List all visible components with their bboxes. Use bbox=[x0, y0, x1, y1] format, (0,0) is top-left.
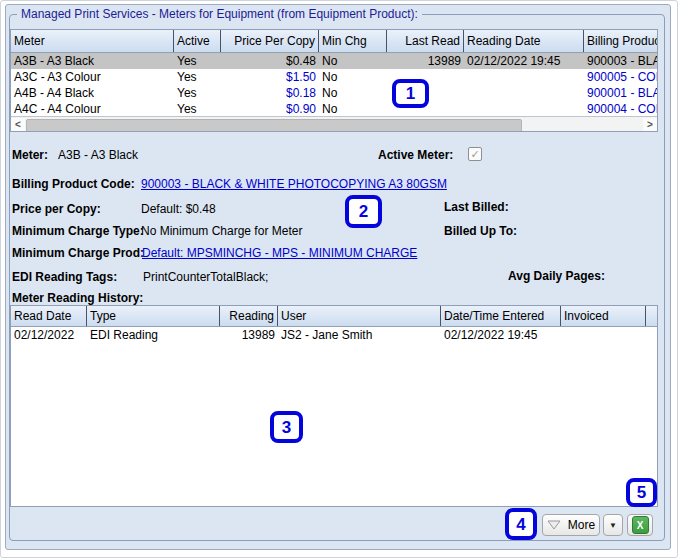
cell-price: $0.48 bbox=[221, 53, 319, 69]
cell-min_chg: No bbox=[319, 85, 387, 101]
cell-invoiced bbox=[561, 327, 646, 343]
scroll-left-icon[interactable]: < bbox=[11, 118, 25, 131]
billed-up-to-label: Billed Up To: bbox=[444, 224, 517, 238]
cell-reading_date: 02/12/2022 19:45 bbox=[464, 53, 584, 69]
cell-min_chg: No bbox=[319, 101, 387, 117]
cell-billing_product[interactable]: 900005 - COLO bbox=[584, 69, 657, 85]
history-header-invoiced[interactable]: Invoiced bbox=[561, 306, 646, 326]
history-table-body: 02/12/2022EDI Reading13989JS2 - Jane Smi… bbox=[11, 327, 657, 343]
callout-badge-5: 5 bbox=[626, 478, 657, 507]
last-billed-label: Last Billed: bbox=[444, 200, 509, 214]
cell-datetime: 02/12/2022 19:45 bbox=[441, 327, 561, 343]
min-charge-type-value: No Minimum Charge for Meter bbox=[141, 224, 302, 238]
scrollbar-thumb[interactable] bbox=[26, 119, 522, 132]
meters-hscrollbar[interactable]: < > bbox=[11, 116, 657, 131]
callout-badge-2: 2 bbox=[345, 195, 382, 228]
avg-daily-pages-label: Avg Daily Pages: bbox=[508, 269, 605, 283]
meters-header-lastread[interactable]: Last Read bbox=[387, 30, 464, 52]
meter-row[interactable]: A3B - A3 BlackYes$0.48No1398902/12/2022 … bbox=[11, 53, 657, 69]
cell-last_read: 13989 bbox=[387, 53, 464, 69]
meter-row[interactable]: A3C - A3 ColourYes$1.50No900005 - COLO bbox=[11, 69, 657, 85]
meters-header-meter[interactable]: Meter bbox=[11, 30, 174, 52]
groupbox-title: Managed Print Services - Meters for Equi… bbox=[17, 7, 422, 21]
billing-product-label: Billing Product Code: bbox=[12, 177, 135, 191]
mps-meters-window: Managed Print Services - Meters for Equi… bbox=[0, 0, 678, 558]
cell-reading_date bbox=[464, 101, 584, 117]
cell-min_chg: No bbox=[319, 53, 387, 69]
history-row[interactable]: 02/12/2022EDI Reading13989JS2 - Jane Smi… bbox=[11, 327, 657, 343]
meters-header-price[interactable]: Price Per Copy bbox=[221, 30, 319, 52]
more-dropdown-button[interactable]: ▼ bbox=[603, 514, 623, 536]
meters-header-billingproduct[interactable]: Billing Product bbox=[584, 30, 657, 52]
min-charge-prod-link[interactable]: Default: MPSMINCHG - MPS - MINIMUM CHARG… bbox=[142, 246, 417, 260]
meter-reading-history-label: Meter Reading History: bbox=[12, 291, 143, 305]
meters-table: Meter Active Price Per Copy Min Chg Last… bbox=[10, 29, 658, 132]
cell-meter: A3C - A3 Colour bbox=[11, 69, 174, 85]
scroll-right-icon[interactable]: > bbox=[643, 118, 657, 131]
active-meter-checkbox: ✓ bbox=[468, 147, 482, 161]
more-button[interactable]: More bbox=[542, 514, 600, 536]
history-header-readdate[interactable]: Read Date bbox=[11, 306, 87, 326]
cell-reading_date bbox=[464, 69, 584, 85]
cell-billing_product: 900003 - BLACK & WHITE PHOTOCOPYING A3 8… bbox=[584, 53, 657, 69]
min-charge-prod-label: Minimum Charge Prod: bbox=[12, 246, 144, 260]
price-per-copy-value: Default: $0.48 bbox=[141, 202, 216, 216]
meters-header-readingdate[interactable]: Reading Date bbox=[464, 30, 584, 52]
cell-active: Yes bbox=[174, 53, 221, 69]
edi-reading-tags-label: EDI Reading Tags: bbox=[12, 270, 117, 284]
cell-min_chg: No bbox=[319, 69, 387, 85]
export-excel-button[interactable]: X bbox=[627, 514, 653, 536]
cell-user: JS2 - Jane Smith bbox=[278, 327, 441, 343]
cell-billing_product[interactable]: 900004 - COLO bbox=[584, 101, 657, 117]
cell-price[interactable]: $0.18 bbox=[221, 85, 319, 101]
more-button-label: More bbox=[568, 518, 595, 532]
cell-reading: 13989 bbox=[220, 327, 278, 343]
meter-value: A3B - A3 Black bbox=[58, 148, 138, 162]
caret-down-icon: ▼ bbox=[609, 521, 617, 530]
history-header-type[interactable]: Type bbox=[87, 306, 220, 326]
callout-badge-4: 4 bbox=[505, 508, 537, 540]
cell-meter: A3B - A3 Black bbox=[11, 53, 174, 69]
meter-label: Meter: bbox=[12, 148, 48, 162]
cell-price[interactable]: $0.90 bbox=[221, 101, 319, 117]
meters-header-minchg[interactable]: Min Chg bbox=[319, 30, 387, 52]
history-header-datetime[interactable]: Date/Time Entered bbox=[441, 306, 561, 326]
cell-price[interactable]: $1.50 bbox=[221, 69, 319, 85]
meter-row[interactable]: A4C - A4 ColourYes$0.90No900004 - COLO bbox=[11, 101, 657, 117]
billing-product-link[interactable]: 900003 - BLACK & WHITE PHOTOCOPYING A3 8… bbox=[141, 177, 447, 191]
cell-meter: A4B - A4 Black bbox=[11, 85, 174, 101]
callout-badge-1: 1 bbox=[392, 79, 429, 108]
check-icon: ✓ bbox=[470, 149, 479, 160]
meter-row[interactable]: A4B - A4 BlackYes$0.18No900001 - BLAC bbox=[11, 85, 657, 101]
cell-read_date: 02/12/2022 bbox=[11, 327, 87, 343]
history-header-reading[interactable]: Reading bbox=[220, 306, 278, 326]
min-charge-type-label: Minimum Charge Type: bbox=[12, 224, 144, 238]
callout-badge-3: 3 bbox=[270, 411, 303, 443]
cell-active: Yes bbox=[174, 101, 221, 117]
cell-type: EDI Reading bbox=[87, 327, 220, 343]
meters-table-header: Meter Active Price Per Copy Min Chg Last… bbox=[11, 30, 657, 53]
cell-reading_date bbox=[464, 85, 584, 101]
history-table-header: Read Date Type Reading User Date/Time En… bbox=[11, 306, 657, 327]
cell-active: Yes bbox=[174, 85, 221, 101]
triangle-down-icon bbox=[547, 520, 561, 530]
excel-icon: X bbox=[632, 516, 649, 534]
edi-reading-tags-value: PrintCounterTotalBlack; bbox=[143, 270, 268, 284]
cell-billing_product[interactable]: 900001 - BLAC bbox=[584, 85, 657, 101]
meters-header-active[interactable]: Active bbox=[174, 30, 221, 52]
history-header-filler bbox=[646, 306, 657, 326]
history-header-user[interactable]: User bbox=[278, 306, 441, 326]
meters-table-body: A3B - A3 BlackYes$0.48No1398902/12/2022 … bbox=[11, 53, 657, 117]
cell-meter: A4C - A4 Colour bbox=[11, 101, 174, 117]
history-table: Read Date Type Reading User Date/Time En… bbox=[10, 305, 658, 507]
price-per-copy-label: Price per Copy: bbox=[12, 202, 101, 216]
active-meter-label: Active Meter: bbox=[378, 148, 453, 162]
cell-active: Yes bbox=[174, 69, 221, 85]
